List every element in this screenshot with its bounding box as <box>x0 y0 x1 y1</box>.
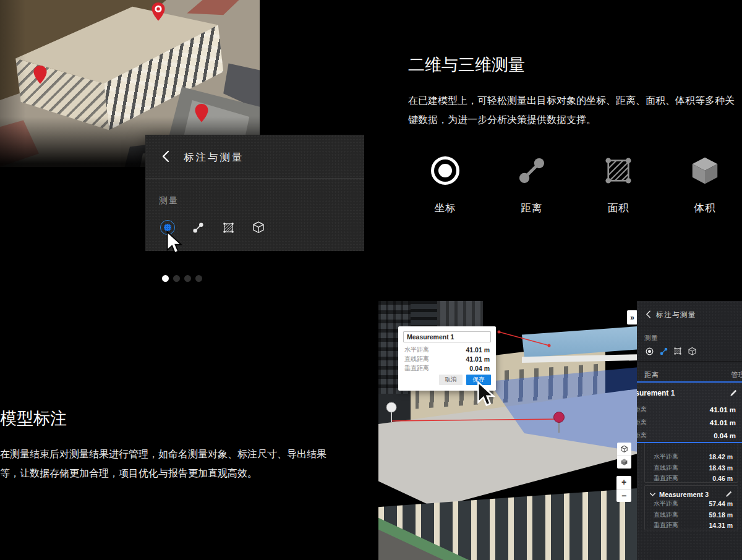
carousel-dots <box>162 275 202 282</box>
back-icon[interactable] <box>646 310 651 318</box>
row-value: 59.18 m <box>709 511 733 519</box>
save-button[interactable]: 保存 <box>466 375 491 385</box>
measurement-name: Measurement 3 <box>659 491 709 498</box>
measure-row: 水平距离 41.01 m <box>637 405 736 414</box>
sidebar-collapse-button[interactable]: » <box>627 310 638 325</box>
row-label: 水平距离 <box>654 499 678 508</box>
row-label: 垂直距离 <box>404 364 429 373</box>
row-label: 直线距离 <box>654 511 678 519</box>
measurement-name: Measurement 1 <box>637 389 675 397</box>
distance-icon <box>659 347 668 356</box>
area-tool-button[interactable] <box>220 219 237 236</box>
row-value: 41.01 m <box>466 355 490 363</box>
sidebar-title: 标注与测量 <box>656 310 696 320</box>
measure-sidebar: 标注与测量 测量 <box>637 301 742 560</box>
carousel-dot-1[interactable] <box>162 275 169 282</box>
zoom-buttons: + − <box>616 476 631 502</box>
row-label: 直线距离 <box>404 355 429 363</box>
feature-measure-block: 二维与三维测量 在已建模型上，可轻松测量出目标对象的坐标、距离、面积、体积等多种… <box>408 54 742 129</box>
cube-shaded-icon <box>620 458 628 466</box>
row-label: 直线距离 <box>637 418 647 427</box>
sidebar-tool-row <box>644 346 697 356</box>
measurement-name-input[interactable] <box>403 331 491 342</box>
row-label: 水平距离 <box>404 346 429 354</box>
measure-point <box>498 331 501 334</box>
row-label: 垂直距离 <box>654 474 678 483</box>
coordinate-tool-button[interactable] <box>159 219 176 236</box>
measurement-card-header: Measurement 1 <box>637 388 737 398</box>
chevron-down-icon[interactable] <box>649 492 656 497</box>
coordinate-icon <box>431 156 459 185</box>
measure-row: 垂直距离 0.04 m <box>637 431 736 440</box>
feature-page: 标注与测量 测量 <box>0 0 742 560</box>
map-pin-icon[interactable] <box>33 66 47 84</box>
row-value: 0.04 m <box>469 365 490 372</box>
edit-pencil-icon[interactable] <box>730 389 737 397</box>
measurement-card-2[interactable]: 水平距离 18.42 m 直线距离 18.43 m 垂直距离 0.46 m <box>644 442 738 483</box>
cancel-button[interactable]: 取消 <box>439 375 463 385</box>
back-icon[interactable] <box>161 150 170 163</box>
distance-tool-button-selected[interactable] <box>659 346 668 356</box>
tool-label: 面积 <box>608 202 629 215</box>
row-value: 18.42 m <box>709 453 733 460</box>
distance-icon <box>516 155 548 187</box>
volume-icon <box>688 347 697 356</box>
measure-row: 垂直距离 0.46 m <box>654 474 733 483</box>
row-value: 41.01 m <box>710 419 736 426</box>
carousel-dot-3[interactable] <box>184 275 191 282</box>
divider <box>637 326 742 326</box>
model-view-button[interactable] <box>617 443 631 456</box>
volume-icon <box>688 154 722 187</box>
carousel-dot-4[interactable] <box>195 275 202 282</box>
measurement-popup: 水平距离 41.01 m 直线距离 41.01 m 垂直距离 0.04 m 取消… <box>398 326 496 391</box>
row-value: 41.01 m <box>466 346 490 354</box>
volume-icon <box>252 221 265 234</box>
feature-measure-heading: 二维与三维测量 <box>408 54 742 76</box>
measure-row: 直线距离 59.18 m <box>654 511 733 519</box>
feature-annotate-block: 模型标注 在测量结束后对测量结果进行管理，如命名测量对象、标注尺寸、导出结果等，… <box>0 407 337 483</box>
distance-tool-button[interactable] <box>189 219 207 236</box>
edit-pencil-icon[interactable] <box>725 491 732 498</box>
tool-label: 体积 <box>694 202 716 215</box>
popup-row: 直线距离 41.01 m <box>404 355 490 363</box>
row-value: 57.44 m <box>709 500 733 507</box>
tool-cell-coordinate: 坐标 <box>408 153 482 215</box>
popup-buttons: 取消 保存 <box>439 375 491 385</box>
area-tool-button[interactable] <box>673 346 683 356</box>
annotation-measure-panel: 标注与测量 测量 <box>145 135 364 251</box>
tool-label: 距离 <box>521 202 543 215</box>
row-value: 14.31 m <box>709 522 733 529</box>
zoom-in-button[interactable]: + <box>616 476 631 489</box>
map-pin-icon[interactable] <box>151 2 165 21</box>
popup-row: 垂直距离 0.04 m <box>404 364 490 373</box>
area-icon <box>222 221 235 234</box>
row-value: 18.43 m <box>709 464 733 472</box>
measurement-card-1-selected[interactable]: Measurement 1 水平距离 41.01 m 直线距离 41.01 m … <box>637 381 742 443</box>
measure-row: 直线距离 18.43 m <box>654 464 733 472</box>
feature-measure-body: 在已建模型上，可轻松测量出目标对象的坐标、距离、面积、体积等多种关键数据，为进一… <box>408 91 742 129</box>
area-icon <box>602 155 634 187</box>
tab-manage[interactable]: 管理 <box>731 370 742 380</box>
coordinate-tool-button[interactable] <box>644 346 654 356</box>
tab-distance[interactable]: 距离 <box>644 370 659 380</box>
panel-title: 标注与测量 <box>184 151 244 164</box>
measurement-card-3[interactable]: Measurement 3 水平距离 57.44 m 直线距离 59.18 m … <box>644 485 738 530</box>
tool-cell-distance: 距离 <box>495 153 569 215</box>
row-label: 水平距离 <box>637 405 647 414</box>
mesh-view-button[interactable] <box>617 456 631 469</box>
view-mode-buttons <box>617 443 631 469</box>
row-label: 水平距离 <box>654 452 678 461</box>
carousel-dot-2[interactable] <box>173 275 180 282</box>
feature-annotate-body: 在测量结束后对测量结果进行管理，如命名测量对象、标注尺寸、导出结果等，让数据存储… <box>0 444 337 483</box>
map-pin-icon[interactable] <box>195 104 208 122</box>
measure-row: 直线距离 41.01 m <box>637 418 736 427</box>
volume-tool-button[interactable] <box>687 346 697 356</box>
divider <box>637 361 742 362</box>
volume-tool-button[interactable] <box>250 219 267 236</box>
zoom-out-button[interactable]: − <box>616 489 631 503</box>
row-label: 直线距离 <box>654 464 678 472</box>
row-value: 0.04 m <box>714 432 736 439</box>
panel-header: 标注与测量 <box>145 135 364 179</box>
row-value: 0.46 m <box>712 475 733 482</box>
measure-row: 垂直距离 14.31 m <box>654 521 733 530</box>
